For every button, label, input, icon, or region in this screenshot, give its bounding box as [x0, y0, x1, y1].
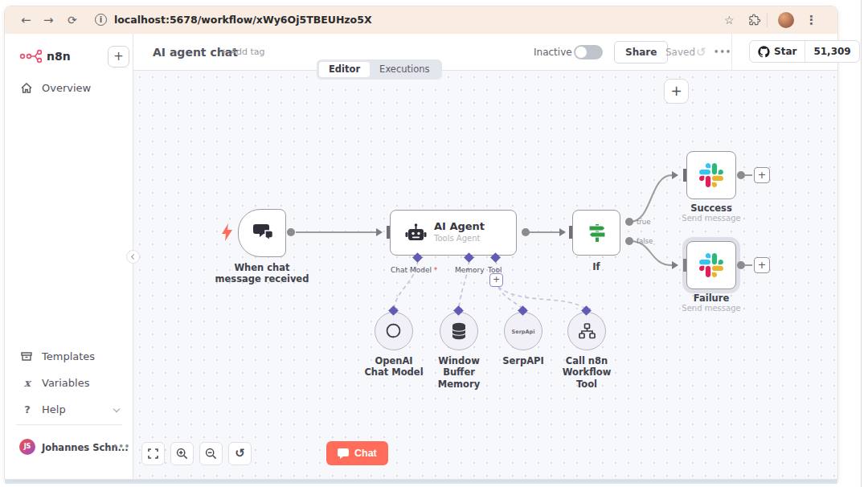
browser-back-button[interactable]: ← — [21, 6, 31, 34]
screen: ← → ⟳ i localhost:5678/workflow/xWy6Oj5T… — [0, 0, 868, 487]
openai-icon — [385, 322, 402, 339]
reset-zoom-button[interactable]: ↺ — [228, 442, 252, 465]
user-menu-icon[interactable]: ••• — [113, 442, 130, 451]
database-icon — [451, 322, 467, 340]
agent-title: AI Agent — [434, 220, 485, 232]
chat-bubbles-icon — [252, 222, 274, 243]
chat-button-label: Chat — [354, 448, 377, 459]
node-failure[interactable] — [686, 241, 736, 289]
header-divider — [731, 34, 732, 71]
variables-x-icon: x — [21, 377, 34, 389]
workflow-header: AI agent chat + Add tag Inactive Share S… — [133, 34, 837, 71]
history-icon[interactable]: ↺ — [696, 34, 706, 71]
subnode-window-buffer-memory[interactable] — [440, 312, 478, 350]
chevron-down-icon — [113, 406, 120, 412]
toolbar-divider — [767, 13, 768, 27]
home-icon — [21, 83, 34, 93]
bookmark-star-icon[interactable]: ☆ — [724, 6, 735, 34]
browser-menu-icon[interactable]: ⋮ — [805, 6, 817, 34]
success-output-dot[interactable] — [737, 171, 745, 179]
github-star-button[interactable]: Star 51,309 — [749, 40, 860, 63]
subnode-label: SerpAPI — [491, 355, 555, 366]
add-tool-button[interactable]: + — [489, 273, 503, 287]
screen-edge-line — [861, 0, 862, 487]
node-ai-agent[interactable]: AI Agent Tools Agent — [390, 210, 517, 256]
browser-window: ← → ⟳ i localhost:5678/workflow/xWy6Oj5T… — [5, 6, 837, 479]
zoom-in-button[interactable] — [170, 442, 194, 465]
site-info-icon[interactable]: i — [95, 14, 107, 26]
if-true-output-dot[interactable] — [625, 218, 633, 226]
header-menu-icon[interactable]: ••• — [714, 47, 731, 56]
zoom-out-button[interactable] — [199, 442, 223, 465]
subnode-serpapi[interactable]: SerpApi — [504, 312, 542, 350]
inactive-label: Inactive — [534, 34, 572, 71]
failure-output-dot[interactable] — [737, 261, 745, 269]
success-add-button[interactable]: + — [754, 167, 770, 183]
subnode-label: Window Buffer Memory — [427, 355, 491, 390]
logo-row: n8n + — [5, 43, 133, 71]
address-bar[interactable]: localhost:5678/workflow/xWy6Oj5TBEUHzo5X — [114, 6, 372, 34]
agent-output-dot[interactable] — [522, 228, 530, 236]
window-bottom-edge — [5, 479, 837, 484]
user-row[interactable]: JS Johannes Schn... ••• — [5, 434, 133, 461]
add-tag-button[interactable]: + Add tag — [220, 34, 265, 71]
tab-executions[interactable]: Executions — [370, 62, 439, 77]
sidebar-divider — [16, 424, 122, 425]
browser-reload-button[interactable]: ⟳ — [68, 6, 77, 34]
new-workflow-button[interactable]: + — [108, 46, 129, 68]
saved-status: Saved — [665, 34, 695, 71]
agent-memory-label: Memory — [455, 266, 485, 274]
node-subtitle-failure: Send message — [678, 304, 744, 313]
help-question-icon: ? — [21, 403, 34, 415]
subnode-call-n8n-workflow-tool[interactable] — [567, 312, 606, 350]
serpapi-text-icon: SerpApi — [505, 329, 542, 335]
node-label-failure: Failure — [678, 293, 744, 304]
chat-bubble-icon — [338, 448, 349, 459]
if-true-label: true — [637, 218, 650, 226]
browser-forward-button[interactable]: → — [43, 6, 54, 34]
node-label-success: Success — [678, 203, 744, 214]
agent-subtitle: Tools Agent — [434, 234, 480, 243]
browser-profile-avatar[interactable] — [778, 12, 794, 28]
star-label: Star — [774, 46, 796, 57]
failure-add-button[interactable]: + — [754, 257, 770, 273]
n8n-logo-icon[interactable] — [19, 49, 43, 63]
sidebar-item-label: Templates — [42, 350, 95, 362]
n8n-logo-text: n8n — [47, 50, 71, 63]
node-if[interactable] — [572, 210, 620, 256]
sidebar-collapse-button[interactable] — [126, 250, 140, 264]
if-signpost-icon — [587, 223, 608, 244]
if-false-output-dot[interactable] — [625, 237, 633, 245]
robot-icon — [405, 223, 427, 244]
trigger-output-dot[interactable] — [287, 228, 295, 236]
sidebar: n8n + Overview Templates x — [5, 34, 133, 479]
slack-icon — [699, 253, 723, 277]
active-toggle[interactable] — [574, 45, 603, 59]
user-avatar: JS — [19, 439, 35, 455]
sidebar-item-variables[interactable]: x Variables — [5, 370, 133, 395]
node-subtitle-success: Send message — [678, 214, 744, 223]
subnode-openai-chat-model[interactable] — [375, 312, 413, 350]
node-success[interactable] — [686, 151, 736, 199]
extensions-puzzle-icon[interactable] — [748, 14, 761, 27]
if-false-label: false — [637, 237, 653, 245]
sidebar-item-label: Help — [42, 403, 66, 415]
sidebar-item-templates[interactable]: Templates — [5, 344, 133, 368]
sidebar-item-label: Variables — [42, 377, 89, 389]
slack-icon — [699, 163, 723, 187]
browser-toolbar: ← → ⟳ i localhost:5678/workflow/xWy6Oj5T… — [5, 6, 837, 34]
tab-editor[interactable]: Editor — [319, 62, 370, 77]
sidebar-item-help[interactable]: ? Help — [5, 397, 133, 421]
templates-box-icon — [21, 351, 34, 362]
sidebar-item-label: Overview — [42, 82, 91, 94]
subnode-label: OpenAI Chat Model — [362, 355, 426, 379]
chat-button[interactable]: Chat — [326, 441, 388, 465]
share-button[interactable]: Share — [614, 41, 668, 63]
add-node-button[interactable]: + — [664, 79, 689, 104]
subnode-label: Call n8n Workflow Tool — [555, 355, 619, 390]
fit-view-button[interactable] — [141, 442, 165, 465]
node-chat-trigger[interactable] — [238, 209, 286, 257]
sidebar-item-overview[interactable]: Overview — [5, 76, 133, 100]
node-label-if: If — [572, 261, 620, 272]
agent-chat-model-label: Chat Model * — [391, 266, 437, 274]
